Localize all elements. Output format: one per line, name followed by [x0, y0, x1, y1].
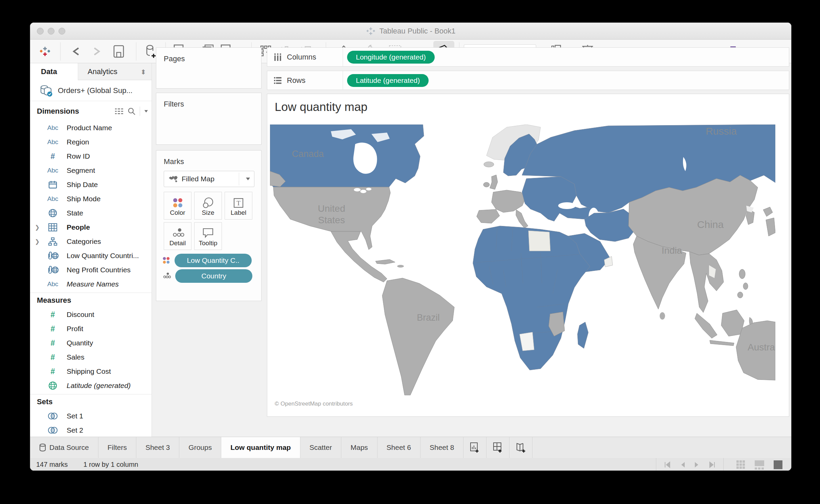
first-page-button[interactable] — [664, 461, 671, 468]
expand-chevron-icon[interactable]: ❯ — [35, 238, 40, 245]
sheet-tab-groups[interactable]: Groups — [179, 437, 221, 458]
measure-field[interactable]: #Profit — [30, 322, 152, 336]
desktop-background: Tableau Public - Book1 — [0, 0, 820, 504]
label-states: States — [318, 215, 345, 225]
search-fields-icon[interactable] — [128, 107, 136, 115]
marks-count: 147 marks — [36, 461, 68, 468]
sheet-view-button-active[interactable] — [773, 460, 783, 470]
tooltip-icon — [202, 227, 214, 239]
dimension-field[interactable]: AbcSegment — [30, 163, 152, 178]
map-canvas[interactable]: Canada United States Brazil Russia China… — [270, 124, 775, 409]
paperclip-globe-icon — [47, 251, 59, 260]
measure-field[interactable]: #Quantity — [30, 336, 152, 350]
tableau-home-icon[interactable] — [39, 45, 51, 58]
rows-shelf[interactable]: Rows Latitude (generated) — [267, 71, 789, 90]
size-button[interactable]: Size — [194, 192, 222, 220]
map-ireland[interactable] — [483, 182, 489, 187]
abc-icon: Abc — [47, 167, 59, 174]
show-tabs-button[interactable] — [736, 460, 746, 470]
number-icon: # — [51, 339, 55, 348]
tableau-window: Tableau Public - Book1 — [30, 22, 792, 471]
tab-data[interactable]: Data — [30, 63, 78, 80]
dimension-field[interactable]: Neg Profit Countries — [30, 263, 152, 277]
mark-type-dropdown[interactable]: Filled Map — [164, 171, 254, 187]
redo-button[interactable] — [90, 46, 103, 57]
pages-card[interactable]: Pages — [156, 47, 261, 89]
new-story-tab-button[interactable] — [509, 437, 532, 458]
number-icon: # — [51, 353, 55, 362]
pane-swap-icon[interactable]: ⬍ — [140, 68, 146, 76]
marks-pill[interactable]: Low Quantity C.. — [175, 254, 252, 267]
datasource-icon — [40, 85, 53, 97]
worksheet-view: Low quantity map — [267, 94, 789, 417]
dimension-field[interactable]: Ship Date — [30, 178, 152, 192]
sheet-tab-sheet-6[interactable]: Sheet 6 — [378, 437, 420, 458]
data-pane: Data Analytics ⬍ Orders+ (Global Sup... … — [30, 63, 152, 459]
tab-analytics[interactable]: Analytics ⬍ — [78, 63, 152, 80]
color-button[interactable]: Color — [164, 192, 191, 220]
label-button[interactable]: T Label — [225, 192, 252, 220]
dimension-field[interactable]: #Row ID — [30, 149, 152, 163]
pill-longitude[interactable]: Longitude (generated) — [347, 51, 435, 64]
mark-type-value: Filled Map — [182, 175, 214, 183]
dimension-field[interactable]: AbcShip Mode — [30, 192, 152, 206]
dimension-field[interactable]: AbcProduct Name — [30, 121, 152, 135]
dimension-field[interactable]: ❯People — [30, 220, 152, 234]
last-page-button[interactable] — [708, 461, 716, 468]
expand-chevron-icon[interactable]: ❯ — [35, 224, 40, 231]
next-page-button[interactable] — [694, 461, 700, 468]
map-hispaniola[interactable] — [397, 265, 404, 268]
map-libya-pale[interactable] — [528, 231, 550, 251]
measure-field[interactable]: Latitude (generated) — [30, 379, 152, 393]
measure-field[interactable]: #Discount — [30, 307, 152, 322]
set-field[interactable]: Set 1 — [30, 409, 152, 423]
sheet-tab-scatter[interactable]: Scatter — [300, 437, 342, 458]
sheet-tab-sheet-3[interactable]: Sheet 3 — [136, 437, 179, 458]
measure-field[interactable]: #Shipping Cost — [30, 364, 152, 379]
map-sri-lanka[interactable] — [660, 312, 665, 320]
world-map[interactable]: Canada United States Brazil Russia China… — [270, 124, 775, 409]
dimension-field[interactable]: Low Quantity Countri... — [30, 249, 152, 263]
save-button[interactable] — [113, 45, 124, 58]
set-field[interactable]: Set 2 — [30, 423, 152, 437]
datasource-item[interactable]: Orders+ (Global Sup... — [30, 80, 152, 101]
filmstrip-view-button[interactable] — [754, 460, 765, 470]
label-russia: Russia — [706, 125, 737, 137]
status-bar: 147 marks 1 row by 1 column — [30, 458, 791, 471]
filters-card[interactable]: Filters — [156, 93, 261, 145]
tableau-logo-icon — [366, 26, 376, 36]
dimension-field[interactable]: AbcMeasure Names — [30, 277, 152, 291]
detail-button[interactable]: Detail — [164, 222, 191, 250]
map-attribution: © OpenStreetMap contributors — [275, 400, 353, 407]
globe-icon — [48, 381, 57, 390]
sheet-tab-maps[interactable]: Maps — [341, 437, 377, 458]
label-brazil: Brazil — [417, 313, 440, 323]
pill-latitude[interactable]: Latitude (generated) — [347, 74, 429, 87]
prev-page-button[interactable] — [680, 461, 685, 468]
sheet-tab-low-quantity-map[interactable]: Low quantity map — [221, 437, 300, 458]
new-datasource-button[interactable] — [145, 44, 157, 59]
undo-button[interactable] — [70, 46, 83, 57]
number-icon: # — [51, 367, 55, 376]
dimensions-menu-caret[interactable] — [144, 110, 148, 113]
measure-field[interactable]: #Sales — [30, 350, 152, 364]
label-united: United — [318, 203, 345, 214]
globe-icon — [48, 209, 57, 217]
marks-pill[interactable]: Country — [175, 269, 252, 283]
table-icon — [48, 223, 57, 231]
columns-shelf[interactable]: Columns Longitude (generated) — [267, 47, 789, 67]
dimension-field[interactable]: ❯Categories — [30, 234, 152, 249]
new-worksheet-tab-button[interactable] — [463, 437, 486, 458]
view-data-icon[interactable] — [115, 108, 123, 115]
label-australia: Australia — [748, 342, 775, 352]
sheet-tab-sheet-8[interactable]: Sheet 8 — [420, 437, 463, 458]
abc-icon: Abc — [47, 138, 59, 146]
dimension-field[interactable]: AbcRegion — [30, 135, 152, 149]
sheet-tab-filters[interactable]: Filters — [98, 437, 136, 458]
map-iceland[interactable] — [484, 162, 494, 167]
dimension-field[interactable]: State — [30, 206, 152, 220]
new-dashboard-tab-button[interactable] — [486, 437, 509, 458]
sheet-tab-data-source[interactable]: Data Source — [30, 437, 98, 458]
tooltip-button[interactable]: Tooltip — [194, 222, 222, 250]
marks-pill-row: Low Quantity C.. — [162, 254, 252, 267]
